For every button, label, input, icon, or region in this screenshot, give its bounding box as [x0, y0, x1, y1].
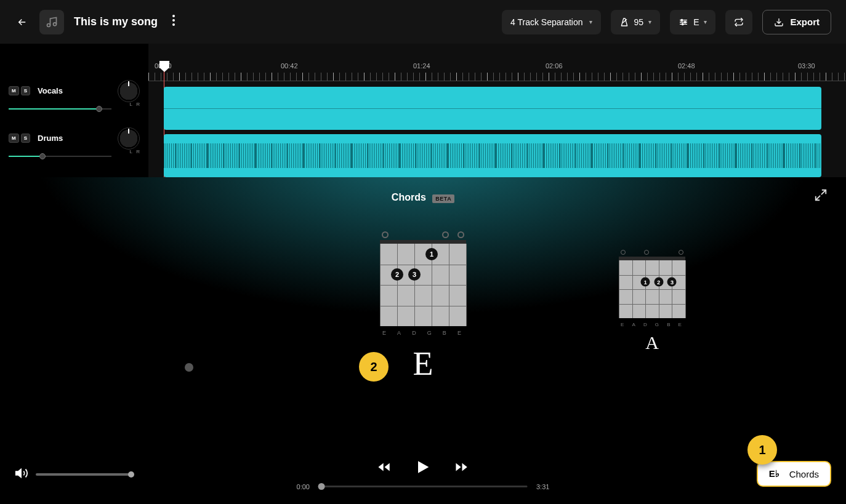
solo-button[interactable]: S: [21, 134, 30, 143]
ruler-label: 03:30: [798, 62, 815, 70]
svg-point-5: [681, 19, 683, 21]
finger-dot: 3: [667, 278, 677, 287]
song-title: This is my song: [74, 15, 158, 28]
time-total: 3:31: [536, 483, 549, 490]
pan-dial[interactable]: [118, 127, 140, 150]
loop-button[interactable]: [725, 10, 752, 34]
vocals-clip[interactable]: [164, 87, 821, 130]
volume-slider[interactable]: [9, 152, 111, 161]
finger-dot: 2: [654, 278, 663, 287]
track-row-drums: M S Drums L R: [0, 114, 148, 162]
track-row-vocals: M S Vocals L R: [0, 67, 148, 114]
chord-diagram: 1 2 3: [619, 257, 685, 318]
volume-slider[interactable]: [9, 105, 111, 113]
tune-icon: [679, 17, 688, 27]
finger-dot: 1: [641, 278, 650, 287]
workspace: M S Vocals L R M S Drums L R: [0, 44, 846, 177]
forward-button[interactable]: [453, 460, 470, 476]
ruler-label: 02:48: [678, 62, 695, 70]
string-labels: EADGBE: [380, 330, 466, 336]
mute-button[interactable]: M: [9, 134, 19, 143]
time-current: 0:00: [297, 483, 310, 490]
svg-marker-11: [418, 461, 429, 473]
string-labels: EADGBE: [619, 322, 685, 327]
svg-point-7: [682, 23, 683, 25]
mute-button[interactable]: M: [9, 86, 19, 95]
finger-dot: 1: [425, 248, 438, 260]
player-bar: 0:00 3:31 E♭ Chords 1: [0, 444, 846, 504]
finger-dot: 3: [408, 268, 421, 281]
volume-icon[interactable]: [15, 466, 28, 482]
chevron-down-icon: ▾: [589, 18, 592, 25]
top-bar: This is my song 4 Track Separation ▾ 95 …: [0, 0, 846, 44]
master-volume-slider[interactable]: [36, 473, 131, 476]
track-side-panel: M S Vocals L R M S Drums L R: [0, 44, 148, 177]
track-name: Drums: [38, 134, 113, 143]
svg-point-2: [172, 15, 175, 17]
chords-title: Chords: [392, 192, 426, 202]
metronome-icon: [619, 17, 629, 27]
svg-point-3: [172, 19, 175, 22]
help-callout-1: 1: [747, 435, 777, 465]
back-button[interactable]: [15, 15, 30, 30]
ruler-ticks: [148, 73, 846, 81]
timeline-ruler[interactable]: 00:00 00:42 01:24 02:06 02:48 03:30: [148, 44, 846, 61]
pan-lr: L R: [130, 149, 140, 154]
ruler-label: 01:24: [413, 62, 430, 70]
chords-header: Chords BETA: [0, 177, 846, 203]
expand-button[interactable]: [814, 188, 828, 204]
svg-marker-13: [456, 463, 461, 471]
open-string-marker: [442, 231, 449, 238]
open-string-marker: [621, 250, 626, 255]
tempo-select[interactable]: 95 ▾: [611, 10, 661, 34]
drums-clip[interactable]: [164, 134, 821, 177]
ruler-label: 00:42: [281, 62, 298, 70]
open-string-marker: [644, 250, 649, 255]
pan-lr: L R: [130, 102, 140, 107]
svg-marker-12: [462, 463, 467, 471]
chords-label: Chords: [789, 469, 819, 479]
track-name: Vocals: [38, 86, 113, 95]
past-chord-marker: [185, 363, 193, 372]
timeline-area[interactable]: 00:00 00:42 01:24 02:06 02:48 03:30: [148, 44, 846, 177]
solo-button[interactable]: S: [21, 86, 30, 95]
svg-point-0: [47, 23, 50, 26]
progress-slider[interactable]: [318, 486, 528, 487]
export-label: Export: [790, 17, 820, 27]
help-callout-2: 2: [359, 352, 389, 382]
playhead-handle[interactable]: [159, 61, 169, 72]
chord-diagram: 1 2 3: [380, 240, 466, 326]
chords-panel: Chords BETA 1 2 3 EADGBE E: [0, 177, 846, 444]
chords-lyrics-toggle[interactable]: E♭ Chords: [757, 461, 831, 487]
separation-label: 4 Track Separation: [510, 17, 583, 27]
open-string-marker: [382, 231, 389, 238]
beta-badge: BETA: [432, 194, 454, 203]
lyrics-label: E♭: [769, 468, 780, 479]
play-button[interactable]: [415, 458, 431, 478]
chevron-down-icon: ▾: [704, 18, 707, 25]
svg-marker-8: [16, 469, 21, 477]
pan-dial[interactable]: [118, 80, 140, 102]
download-icon: [774, 17, 784, 27]
chord-name: E: [380, 345, 466, 383]
open-string-marker: [457, 231, 464, 238]
svg-point-4: [172, 23, 175, 26]
song-art-icon: [39, 10, 64, 34]
finger-dot: 2: [391, 268, 403, 281]
key-select[interactable]: E ▾: [670, 10, 715, 34]
svg-point-1: [54, 22, 57, 25]
svg-marker-9: [379, 463, 384, 471]
rewind-button[interactable]: [376, 460, 393, 476]
chevron-down-icon: ▾: [648, 18, 651, 25]
transport: 0:00 3:31: [297, 458, 550, 490]
loop-icon: [734, 16, 744, 28]
tempo-value: 95: [634, 17, 644, 27]
export-button[interactable]: Export: [762, 10, 831, 34]
chord-name: A: [619, 332, 685, 353]
open-string-marker: [679, 250, 683, 255]
ruler-label: 02:06: [546, 62, 563, 70]
key-value: E: [693, 17, 699, 27]
svg-marker-10: [385, 463, 390, 471]
separation-select[interactable]: 4 Track Separation ▾: [502, 10, 601, 34]
song-menu-button[interactable]: [167, 15, 180, 29]
